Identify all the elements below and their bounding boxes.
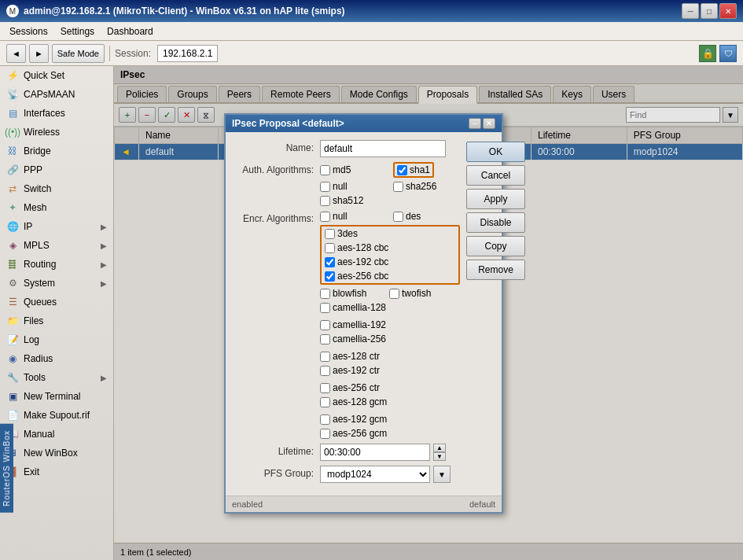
encr-aes128ctr-checkbox[interactable] [320, 352, 330, 362]
encr-aes128gcm-checkbox[interactable] [320, 397, 330, 407]
sidebar-item-files[interactable]: 📁 Files [0, 311, 113, 330]
lifetime-down-button[interactable]: ▼ [433, 452, 446, 461]
auth-null-checkbox[interactable] [320, 182, 330, 192]
sidebar-label-exit: Exit [24, 466, 107, 477]
encr-aes192gcm-item: aes-192 gcm [320, 414, 387, 425]
sidebar-item-mpls[interactable]: ◈ MPLS ▶ [0, 236, 113, 255]
sidebar-item-interfaces[interactable]: ▤ Interfaces [0, 104, 113, 123]
encr-camellia192-checkbox[interactable] [320, 320, 330, 330]
dialog-title-bar: IPsec Proposal <default> ─ ✕ [226, 115, 502, 132]
encr-null-item: null [320, 211, 387, 222]
pfs-dropdown-icon[interactable]: ▼ [433, 466, 451, 483]
lifetime-controls: ▲ ▼ [320, 444, 460, 461]
session-address[interactable]: 192.168.2.1 [157, 45, 218, 62]
sidebar-item-radius[interactable]: ◉ Radius [0, 349, 113, 368]
sidebar-item-exit[interactable]: 🚪 Exit [0, 462, 113, 481]
sidebar-label-mpls: MPLS [24, 240, 96, 251]
sidebar-label-log: Log [24, 334, 107, 345]
dialog-close-button[interactable]: ✕ [483, 118, 495, 129]
encr-camellia256-checkbox[interactable] [320, 334, 330, 344]
encr-aes192gcm-checkbox[interactable] [320, 414, 330, 425]
encr-twofish-checkbox[interactable] [389, 289, 399, 299]
auth-label: Auth. Algorithms: [234, 162, 320, 175]
menu-sessions[interactable]: Sessions [3, 24, 54, 39]
encr-camellia128-checkbox[interactable] [320, 303, 330, 313]
encr-aes128cbc-checkbox[interactable] [325, 243, 335, 253]
sidebar-item-ppp[interactable]: 🔗 PPP [0, 160, 113, 179]
auth-row: Auth. Algorithms: md5 sha1 [234, 162, 460, 206]
encr-aes256ctr-item: aes-256 ctr [320, 382, 387, 393]
auth-sha1-checkbox[interactable] [397, 165, 407, 175]
sidebar-item-make-supout[interactable]: 📄 Make Supout.rif [0, 406, 113, 425]
auth-sha256-checkbox[interactable] [393, 182, 403, 192]
encr-row1: null des [320, 211, 460, 222]
sidebar-item-system[interactable]: ⚙ System ▶ [0, 274, 113, 293]
ip-arrow-icon: ▶ [101, 223, 107, 231]
encr-aes256ctr-checkbox[interactable] [320, 383, 330, 393]
auth-md5-checkbox[interactable] [320, 165, 330, 175]
pfs-select[interactable]: modp1024 none modp768 modp2048 [320, 466, 430, 483]
encr-camellia128-item: camellia-128 [320, 302, 391, 313]
sidebar-item-queues[interactable]: ☰ Queues [0, 293, 113, 311]
encr-aes256cbc-item: aes-256 cbc [325, 271, 392, 282]
encr-highlighted-group: 3des aes-128 cbc aes-192 cbc [320, 225, 460, 285]
apply-button[interactable]: Apply [466, 189, 525, 209]
auth-sha512-checkbox[interactable] [320, 196, 330, 206]
title-bar-left: M admin@192.168.2.1 (MikroTik-Client) - … [6, 5, 345, 17]
routeros-label: RouterOS WinBox [0, 424, 13, 513]
sidebar-item-log[interactable]: 📝 Log [0, 330, 113, 349]
auth-checkbox-group: md5 sha1 null [320, 162, 460, 206]
close-button[interactable]: ✕ [719, 3, 737, 19]
interfaces-icon: ▤ [6, 107, 19, 120]
sidebar-label-tools: Tools [24, 372, 96, 383]
copy-button[interactable]: Copy [466, 236, 525, 256]
encr-aes256gcm-checkbox[interactable] [320, 429, 330, 439]
encr-camellia256-item: camellia-256 [320, 333, 391, 344]
lifetime-up-button[interactable]: ▲ [433, 444, 446, 452]
menu-dashboard[interactable]: Dashboard [101, 24, 160, 39]
dialog-minimize-button[interactable]: ─ [469, 118, 481, 129]
encr-aes256cbc-checkbox[interactable] [325, 271, 335, 282]
forward-button[interactable]: ► [29, 44, 49, 63]
sidebar-item-mesh[interactable]: ✦ Mesh [0, 198, 113, 217]
toolbar-separator [109, 46, 110, 61]
terminal-icon: ▣ [6, 390, 19, 403]
remove-button[interactable]: Remove [466, 260, 525, 280]
encr-blowfish-checkbox[interactable] [320, 289, 330, 299]
auth-null-item: null [320, 181, 387, 192]
name-row: Name: [234, 140, 460, 157]
log-icon: 📝 [6, 333, 19, 346]
bridge-icon: ⛓ [6, 145, 19, 157]
sidebar-item-capsman[interactable]: 📡 CAPsMAAN [0, 85, 113, 104]
sidebar-item-manual[interactable]: 📖 Manual [0, 425, 113, 444]
maximize-button[interactable]: □ [701, 3, 718, 19]
sidebar-item-ip[interactable]: 🌐 IP ▶ [0, 217, 113, 236]
sidebar-item-switch[interactable]: ⇄ Switch [0, 179, 113, 198]
encr-aes192cbc-checkbox[interactable] [325, 257, 335, 267]
cancel-button[interactable]: Cancel [466, 165, 525, 186]
back-button[interactable]: ◄ [6, 44, 26, 63]
menu-settings[interactable]: Settings [54, 24, 101, 39]
disable-button[interactable]: Disable [466, 212, 525, 233]
name-input[interactable] [320, 140, 446, 157]
sidebar-item-new-terminal[interactable]: ▣ New Terminal [0, 387, 113, 406]
sidebar-label-queues: Queues [24, 297, 107, 308]
minimize-button[interactable]: ─ [682, 3, 699, 19]
encr-des-checkbox[interactable] [393, 212, 403, 222]
lifetime-input[interactable] [320, 444, 430, 461]
encr-3des-checkbox[interactable] [325, 229, 335, 239]
safemode-button[interactable]: Safe Mode [52, 44, 105, 63]
sidebar-item-new-winbox[interactable]: 🖥 New WinBox [0, 444, 113, 462]
menu-bar: Sessions Settings Dashboard [0, 22, 743, 41]
sidebar-item-quick-set[interactable]: ⚡ Quick Set [0, 66, 113, 85]
encr-null-checkbox[interactable] [320, 212, 330, 222]
sidebar-item-wireless[interactable]: ((•)) Wireless [0, 123, 113, 142]
sidebar-item-tools[interactable]: 🔧 Tools ▶ [0, 368, 113, 387]
sidebar-item-bridge[interactable]: ⛓ Bridge [0, 142, 113, 160]
encr-aes192ctr-checkbox[interactable] [320, 366, 330, 376]
ok-button[interactable]: OK [466, 142, 525, 162]
encr-aes192ctr-item: aes-192 ctr [320, 365, 391, 376]
sidebar-item-routing[interactable]: 🛤 Routing ▶ [0, 255, 113, 274]
encr-row8: aes-256 gcm [320, 428, 460, 439]
auth-sha512-item: sha512 [320, 195, 414, 206]
